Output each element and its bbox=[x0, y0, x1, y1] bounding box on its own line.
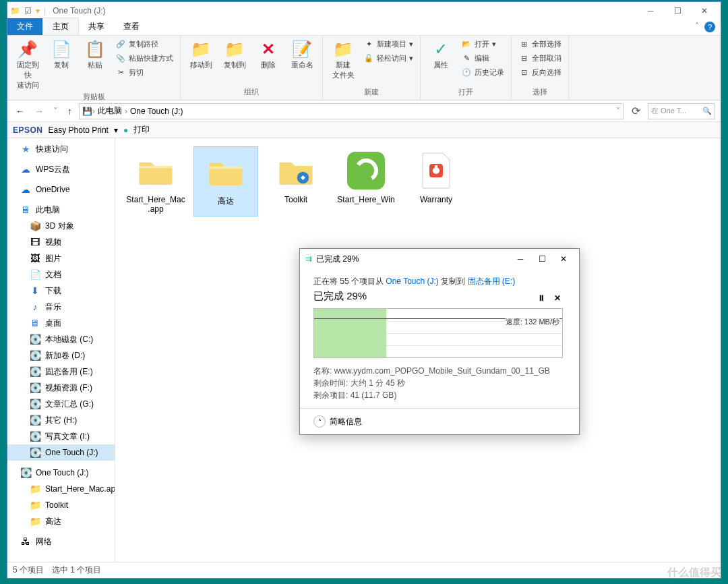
new-item-button[interactable]: ✦新建项目 ▾ bbox=[361, 37, 416, 51]
sidebar-downloads[interactable]: ⬇下载 bbox=[7, 283, 115, 299]
cloud-icon: ☁ bbox=[20, 163, 32, 175]
help-icon[interactable]: ? bbox=[704, 22, 715, 32]
open-icon: 📂 bbox=[461, 38, 472, 49]
collapse-ribbon-icon[interactable]: ˄ bbox=[695, 22, 699, 31]
sidebar-videos[interactable]: 🎞视频 bbox=[7, 234, 115, 250]
history-button[interactable]: 🕐历史记录 bbox=[458, 65, 507, 79]
sidebar-thispc[interactable]: 🖥此电脑 bbox=[7, 202, 115, 218]
new-folder-button[interactable]: 📁新建 文件夹 bbox=[327, 37, 359, 82]
tab-share[interactable]: 共享 bbox=[79, 18, 114, 35]
sidebar-drive-g[interactable]: 💽文章汇总 (G:) bbox=[7, 396, 115, 412]
copy-description: 正在将 55 个项目从 One Touch (J:) 复制到 固态备用 (E:) bbox=[313, 276, 566, 287]
tab-file[interactable]: 文件 bbox=[7, 18, 42, 35]
select-none-button[interactable]: ⊟全部取消 bbox=[516, 51, 564, 65]
disk-icon: 💽 bbox=[29, 430, 41, 442]
copy-icon: 📄 bbox=[51, 38, 72, 60]
sidebar-network[interactable]: 🖧网络 bbox=[7, 533, 115, 550]
source-link[interactable]: One Touch (J:) bbox=[386, 276, 438, 286]
invert-button[interactable]: ⊡反向选择 bbox=[516, 65, 564, 79]
forward-button[interactable]: → bbox=[32, 105, 47, 118]
close-button[interactable]: ✕ bbox=[691, 3, 718, 19]
dest-link[interactable]: 固态备用 (E:) bbox=[468, 276, 516, 286]
refresh-button[interactable]: ⟳ bbox=[628, 105, 644, 117]
back-button[interactable]: ← bbox=[13, 105, 28, 118]
sidebar-drive-e[interactable]: 💽固态备用 (E:) bbox=[7, 363, 115, 380]
sidebar-drive-d[interactable]: 💽新加卷 (D:) bbox=[7, 347, 115, 363]
drive-icon: 💾 bbox=[82, 107, 92, 116]
recent-button[interactable]: ˅ bbox=[51, 105, 61, 118]
epson-logo: EPSON bbox=[13, 125, 43, 135]
delete-button[interactable]: ✕删除 bbox=[252, 37, 284, 71]
tab-home[interactable]: 主页 bbox=[42, 18, 79, 35]
maximize-button[interactable]: ☐ bbox=[664, 3, 691, 19]
copy-progress-dialog: ⇉ 已完成 29% ─ ☐ ✕ 正在将 55 个项目从 One Touch (J… bbox=[299, 248, 580, 435]
cloud-icon: ☁ bbox=[20, 183, 32, 196]
sidebar-drive-j[interactable]: 💽One Touch (J:) bbox=[7, 444, 115, 461]
crumb-thispc[interactable]: 此电脑 bbox=[95, 105, 125, 117]
address-bar[interactable]: 💾 › 此电脑 › One Touch (J:) ˅ bbox=[79, 103, 624, 119]
dialog-minimize-button[interactable]: ─ bbox=[510, 254, 530, 264]
edit-button[interactable]: ✎编辑 bbox=[458, 51, 507, 65]
search-input[interactable]: 在 One T... 🔍 bbox=[648, 103, 715, 119]
sidebar-drive-h[interactable]: 💽其它 (H:) bbox=[7, 412, 115, 428]
qat-folder-icon[interactable]: ▾ bbox=[36, 6, 40, 16]
dialog-close-button[interactable]: ✕ bbox=[553, 254, 574, 264]
edit-icon: ✎ bbox=[461, 53, 472, 63]
sidebar-3d[interactable]: 📦3D 对象 bbox=[7, 218, 115, 234]
sidebar-quick-access[interactable]: ★快速访问 bbox=[7, 141, 115, 157]
file-item[interactable]: Warranty bbox=[404, 146, 468, 216]
file-item[interactable]: 高达 bbox=[193, 146, 258, 216]
sidebar-drive-c[interactable]: 💽本地磁盘 (C:) bbox=[7, 331, 115, 347]
sidebar-music[interactable]: ♪音乐 bbox=[7, 299, 115, 315]
sidebar-documents[interactable]: 📄文档 bbox=[7, 266, 115, 283]
qat-checkbox-icon[interactable]: ☑ bbox=[24, 6, 32, 16]
file-name: Start_Here_Mac.app bbox=[126, 195, 185, 214]
file-item[interactable]: Start_Here_Win bbox=[334, 146, 398, 216]
cancel-button[interactable]: ✕ bbox=[549, 293, 566, 303]
file-name: Toolkit bbox=[284, 195, 307, 204]
sidebar-ot-mac[interactable]: 📁Start_Here_Mac.ap bbox=[7, 481, 115, 497]
print-button[interactable]: 打印 bbox=[133, 124, 150, 136]
watermark: 什么值得买 bbox=[667, 566, 721, 580]
select-label: 选择 bbox=[533, 87, 547, 98]
new-label: 新建 bbox=[364, 87, 379, 98]
sidebar-ot-toolkit[interactable]: 📁Toolkit bbox=[7, 497, 115, 513]
copyto-icon: 📁 bbox=[224, 38, 245, 60]
desktop-icon: 🖥 bbox=[29, 317, 41, 329]
sidebar-drive-i[interactable]: 💽写真文章 (I:) bbox=[7, 428, 115, 444]
file-item[interactable]: Toolkit bbox=[264, 146, 328, 216]
sidebar-onetouch[interactable]: 💽One Touch (J:) bbox=[7, 465, 115, 481]
move-to-button[interactable]: 📁移动到 bbox=[185, 37, 217, 71]
pause-button[interactable]: ⏸ bbox=[533, 293, 549, 303]
sidebar-wps[interactable]: ☁WPS云盘 bbox=[7, 161, 115, 177]
copy-button[interactable]: 📄 复制 bbox=[45, 37, 78, 71]
rename-button[interactable]: 📝重命名 bbox=[286, 37, 318, 71]
copy-path-button[interactable]: 🔗复制路径 bbox=[113, 37, 176, 51]
up-button[interactable]: ↑ bbox=[65, 105, 75, 118]
sidebar-pictures[interactable]: 🖼图片 bbox=[7, 250, 115, 266]
properties-button[interactable]: ✓属性 bbox=[425, 37, 457, 71]
window-title: One Touch (J:) bbox=[53, 6, 105, 16]
file-icon bbox=[274, 149, 317, 192]
pin-button[interactable]: 📌 固定到快 速访问 bbox=[11, 37, 44, 92]
sidebar-onedrive[interactable]: ☁OneDrive bbox=[7, 181, 115, 198]
easy-access-button[interactable]: 🔓轻松访问 ▾ bbox=[361, 51, 416, 65]
cut-button[interactable]: ✂剪切 bbox=[113, 65, 176, 79]
sidebar: ★快速访问 ☁WPS云盘 ☁OneDrive 🖥此电脑 📦3D 对象 🎞视频 🖼… bbox=[7, 138, 115, 562]
open-button[interactable]: 📂打开 ▾ bbox=[458, 37, 507, 51]
minimize-button[interactable]: ─ bbox=[637, 3, 664, 19]
sidebar-drive-f[interactable]: 💽视频资源 (F:) bbox=[7, 380, 115, 396]
copy-to-button[interactable]: 📁复制到 bbox=[218, 37, 251, 71]
select-all-button[interactable]: ⊞全部选择 bbox=[516, 37, 564, 51]
file-item[interactable]: Start_Here_Mac.app bbox=[123, 146, 188, 216]
sidebar-desktop[interactable]: 🖥桌面 bbox=[7, 315, 115, 331]
paste-shortcut-button[interactable]: 📎粘贴快捷方式 bbox=[113, 51, 176, 65]
tab-view[interactable]: 查看 bbox=[114, 18, 149, 35]
dialog-maximize-button[interactable]: ☐ bbox=[532, 254, 552, 264]
sidebar-ot-gundam[interactable]: 📁高达 bbox=[7, 513, 115, 529]
paste-button[interactable]: 📋 粘贴 bbox=[79, 37, 111, 71]
download-icon: ⬇ bbox=[29, 285, 41, 297]
crumb-drive[interactable]: One Touch (J:) bbox=[127, 107, 185, 116]
selectall-icon: ⊞ bbox=[518, 38, 529, 49]
brief-info-toggle[interactable]: ˄ 简略信息 bbox=[300, 408, 579, 434]
